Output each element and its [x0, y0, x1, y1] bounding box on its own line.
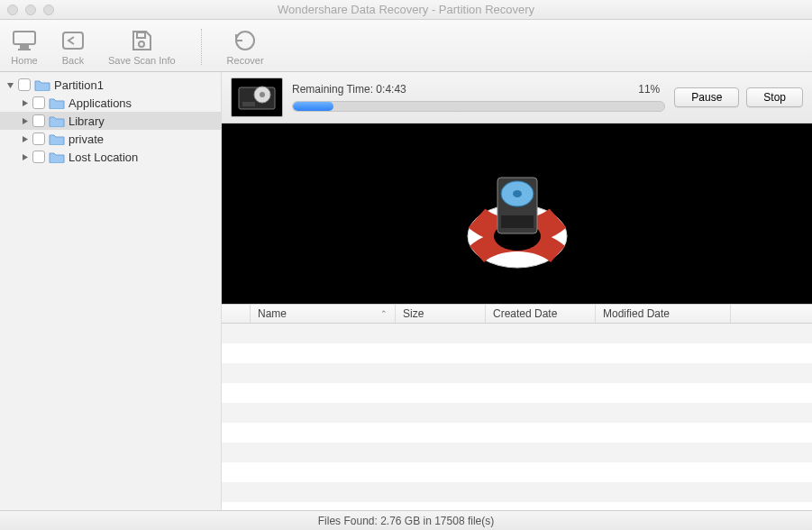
floppy-icon: [128, 28, 155, 53]
svg-marker-7: [7, 83, 14, 88]
save-scan-label: Save Scan Info: [108, 55, 176, 66]
close-window-button[interactable]: [7, 5, 18, 15]
back-label: Back: [62, 55, 84, 66]
home-label: Home: [11, 55, 37, 66]
column-name[interactable]: Name ⌃: [251, 305, 396, 323]
column-modified-label: Modified Date: [603, 307, 670, 320]
tree-root-partition1[interactable]: Partition1: [0, 76, 221, 94]
toolbar-separator: [201, 29, 202, 65]
checkbox[interactable]: [32, 114, 45, 127]
back-icon: [59, 28, 87, 53]
column-created-date[interactable]: Created Date: [486, 305, 596, 323]
column-created-label: Created Date: [493, 307, 557, 320]
svg-point-14: [260, 92, 265, 97]
window-title: Wondershare Data Recovery - Partition Re…: [0, 3, 812, 16]
checkbox[interactable]: [18, 78, 31, 91]
svg-rect-4: [137, 32, 145, 38]
progress-bar: [292, 101, 665, 112]
table-row: [222, 383, 812, 403]
sidebar-tree[interactable]: Partition1 Applications Library: [0, 72, 222, 510]
column-checkbox[interactable]: [222, 305, 251, 323]
file-table-header: Name ⌃ Size Created Date Modified Date: [222, 304, 812, 324]
chevron-right-icon[interactable]: [20, 116, 29, 125]
column-modified-date[interactable]: Modified Date: [596, 305, 731, 323]
tree-label: private: [68, 132, 104, 146]
sort-ascending-icon: ⌃: [380, 309, 388, 318]
svg-rect-3: [63, 32, 83, 49]
svg-marker-10: [23, 136, 28, 142]
scan-progress-panel: Remaining Time: 0:4:43 11% Pause Stop: [222, 72, 812, 123]
folder-icon: [49, 114, 65, 127]
table-row: [222, 423, 812, 443]
svg-rect-15: [242, 102, 255, 106]
checkbox[interactable]: [32, 151, 45, 163]
monitor-icon: [11, 28, 38, 53]
table-row: [222, 363, 812, 383]
toolbar: Home Back Save Scan Info Recover: [0, 20, 812, 72]
pause-button[interactable]: Pause: [674, 87, 739, 107]
save-scan-button[interactable]: Save Scan Info: [108, 28, 176, 66]
table-row: [222, 482, 812, 502]
svg-marker-9: [23, 118, 28, 124]
tree-label: Partition1: [54, 78, 104, 92]
svg-rect-0: [14, 32, 35, 44]
tree-label: Library: [68, 114, 105, 128]
table-row: [222, 324, 812, 343]
checkbox[interactable]: [32, 132, 45, 145]
preview-panel: [222, 123, 812, 304]
back-button[interactable]: Back: [59, 28, 87, 66]
chevron-right-icon[interactable]: [20, 98, 29, 107]
minimize-window-button[interactable]: [25, 5, 36, 15]
titlebar: Wondershare Data Recovery - Partition Re…: [0, 0, 812, 20]
traffic-lights: [0, 5, 54, 15]
remaining-time-label: Remaining Time: 0:4:43: [292, 83, 406, 96]
stop-button[interactable]: Stop: [746, 87, 803, 107]
folder-icon: [34, 78, 50, 91]
chevron-down-icon[interactable]: [5, 80, 14, 89]
tree-item-lost-location[interactable]: Lost Location: [0, 148, 221, 166]
tree-label: Applications: [68, 96, 132, 110]
table-row: [222, 462, 812, 482]
recover-button[interactable]: Recover: [227, 28, 264, 66]
svg-marker-8: [23, 100, 28, 106]
column-spacer: [731, 305, 812, 323]
status-bar: Files Found: 2.76 GB in 17508 file(s): [0, 510, 812, 530]
svg-point-20: [513, 190, 522, 197]
progress-percent: 11%: [638, 83, 660, 96]
tree-label: Lost Location: [68, 151, 138, 164]
zoom-window-button[interactable]: [43, 5, 54, 15]
chevron-right-icon[interactable]: [20, 152, 29, 161]
table-row: [222, 403, 812, 423]
file-table-body[interactable]: [222, 324, 812, 510]
svg-rect-21: [501, 215, 534, 228]
progress-fill: [293, 102, 333, 111]
folder-icon: [49, 132, 65, 145]
column-size-label: Size: [403, 307, 424, 320]
svg-rect-1: [21, 46, 28, 48]
column-size[interactable]: Size: [396, 305, 486, 323]
column-name-label: Name: [258, 307, 287, 320]
table-row: [222, 343, 812, 363]
svg-point-5: [139, 41, 144, 47]
checkbox[interactable]: [32, 96, 45, 109]
folder-icon: [49, 96, 65, 109]
home-button[interactable]: Home: [11, 28, 38, 66]
chevron-right-icon[interactable]: [20, 134, 29, 143]
drive-thumbnail: [231, 78, 283, 117]
tree-item-applications[interactable]: Applications: [0, 94, 221, 112]
svg-marker-11: [23, 154, 28, 160]
recover-icon: [232, 28, 259, 53]
recover-label: Recover: [227, 55, 264, 66]
folder-icon: [49, 151, 65, 163]
tree-item-library[interactable]: Library: [0, 112, 221, 130]
status-text: Files Found: 2.76 GB in 17508 file(s): [318, 515, 494, 527]
table-row: [222, 443, 812, 462]
tree-item-private[interactable]: private: [0, 130, 221, 148]
lifesaver-drive-icon: [454, 151, 580, 277]
